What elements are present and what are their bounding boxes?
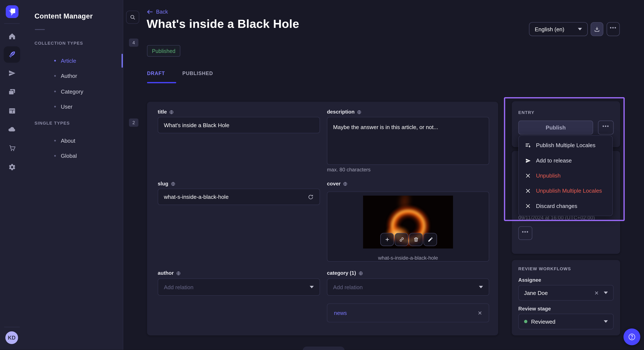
menu-item-unpublish-multiple-locales[interactable]: Unpublish Multiple Locales [519,183,612,198]
status-badge: Published [147,45,180,57]
menu-item-label: Publish Multiple Locales [536,142,596,149]
content-manager-sidebar: Content Manager COLLECTION TYPES 4 Artic… [24,0,123,350]
sidebar-item-user[interactable]: User [54,103,72,111]
author-relation-select[interactable]: Add relation [158,278,320,296]
marketplace-cart-icon[interactable] [4,140,20,156]
slug-field-label: slug [158,181,175,186]
add-media-button[interactable] [380,233,394,246]
settings-gear-icon[interactable] [4,159,20,175]
cross-icon [525,188,531,193]
sidebar-item-global[interactable]: Global [54,152,77,160]
bullet-icon [54,91,56,92]
bullet-icon [54,140,56,142]
tab-published[interactable]: PUBLISHED [182,71,213,76]
assignee-value: Jane Doe [524,290,548,296]
help-button[interactable] [624,329,640,345]
title-field-label: title [158,109,174,115]
home-icon[interactable] [4,28,20,44]
menu-item-discard-changes[interactable]: Discard changes [519,198,612,213]
chevron-down-icon [310,286,314,288]
author-field-label: author [158,270,181,276]
globe-icon [343,181,348,186]
globe-icon [358,271,363,275]
rail-bottom-divider [4,327,20,327]
review-stage-select[interactable]: Reviewed [518,314,614,329]
cross-icon [525,203,531,209]
releases-icon[interactable] [4,65,20,81]
more-actions-button[interactable]: ••• [606,22,620,36]
paper-plane-icon [525,158,531,164]
link-icon [399,237,404,242]
cover-filename: what-s-inside-a-black-hole [327,255,489,261]
sidebar-item-category[interactable]: Category [54,87,84,96]
cover-field-label: cover [327,181,348,186]
question-mark-icon [628,333,636,341]
regenerate-icon[interactable] [308,194,314,200]
content-type-builder-icon[interactable] [4,103,20,119]
review-workflows-title: REVIEW WORKFLOWS [518,266,571,271]
sidebar-item-author[interactable]: Author [54,72,77,80]
user-avatar[interactable]: KD [5,331,18,344]
cross-icon [525,173,531,178]
edit-media-button[interactable] [423,233,437,246]
entry-actions-menu: Publish Multiple Locales Add to release … [518,135,613,216]
menu-item-label: Unpublish Multiple Locales [536,188,602,194]
strapi-logo-mark [6,5,18,18]
slug-value: what-s-inside-a-black-hole [164,194,228,200]
bullet-icon [54,155,56,157]
back-label: Back [156,8,168,15]
arrow-left-icon [147,9,153,14]
scheduled-more-button[interactable]: ••• [518,226,532,240]
title-input[interactable]: What's inside a Black Hole [158,117,320,133]
description-hint: max. 80 characters [327,167,370,173]
field-label-text: category (1) [327,270,356,276]
bullet-icon [54,75,56,77]
locale-select[interactable]: English (en) [529,22,588,36]
app-window: KD Content Manager COLLECTION TYPES 4 Ar… [0,0,644,350]
cloud-icon[interactable] [4,121,20,137]
sidebar-item-about[interactable]: About [54,137,76,145]
entry-more-button[interactable]: ••• [598,121,614,135]
clear-assignee-icon[interactable]: ✕ [594,290,599,296]
remove-relation-icon[interactable]: ✕ [478,310,482,316]
menu-item-label: Discard changes [536,203,577,209]
author-placeholder: Add relation [164,284,193,290]
media-library-icon[interactable] [4,84,20,100]
download-button[interactable] [590,22,603,36]
sidebar-item-article[interactable]: Article [54,57,76,65]
copy-link-button[interactable] [394,233,408,246]
field-label-text: description [327,109,354,115]
download-icon [594,26,600,32]
relation-news-link[interactable]: news [334,310,347,316]
section-collection-types: COLLECTION TYPES [34,41,83,45]
category-relation-select[interactable]: Add relation [327,278,489,296]
slug-input[interactable]: what-s-inside-a-black-hole [158,189,320,205]
back-link[interactable]: Back [147,8,168,15]
sidebar-divider [35,29,45,30]
menu-item-publish-multiple-locales[interactable]: Publish Multiple Locales [519,138,612,153]
menu-item-unpublish[interactable]: Unpublish [519,168,612,183]
globe-icon [169,110,174,114]
description-textarea[interactable]: Maybe the answer is in this article, or … [327,117,489,165]
publish-button[interactable]: Publish [518,121,593,135]
sidebar-item-label: Article [61,58,76,64]
tab-draft[interactable]: DRAFT [147,71,165,76]
delete-media-button[interactable] [409,233,423,246]
active-item-indicator [122,54,123,68]
search-button[interactable] [126,11,139,24]
menu-item-add-to-release[interactable]: Add to release [519,153,612,168]
content-manager-icon[interactable] [4,46,20,63]
search-icon [130,14,136,20]
locale-value: English (en) [535,26,564,32]
category-relation-item: news ✕ [327,303,489,322]
globe-icon [176,271,180,275]
strapi-logo[interactable] [6,5,18,18]
sidebar-item-label: Author [61,73,77,79]
page-title: What's inside a Black Hole [146,17,299,31]
sidebar-item-label: Global [61,153,77,159]
plus-icon [384,237,390,242]
sidebar-item-label: Category [61,88,83,95]
chevron-down-icon [604,292,608,294]
assignee-select[interactable]: Jane Doe ✕ [518,285,614,301]
field-label-text: cover [327,181,340,186]
